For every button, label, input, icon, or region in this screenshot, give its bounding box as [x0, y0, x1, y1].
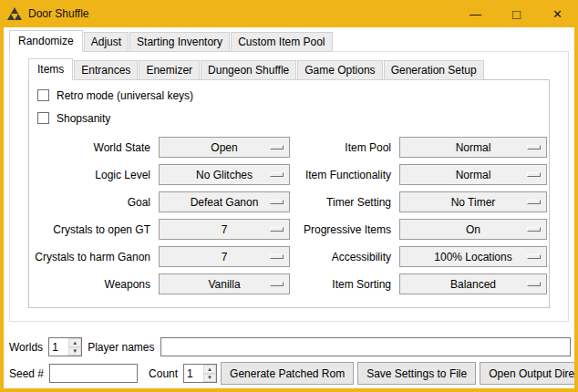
dropdown-indicator-icon [527, 145, 541, 150]
app-window: Door Shuffle — □ ✕ Randomize Adjust Star… [0, 0, 578, 392]
item-pool-dropdown[interactable]: Normal [399, 137, 547, 158]
world-state-value: Open [211, 141, 237, 154]
player-names-label: Player names [86, 341, 156, 354]
logic-level-value: No Glitches [196, 169, 253, 181]
accessibility-dropdown[interactable]: 100% Locations [399, 246, 547, 267]
item-functionality-value: Normal [456, 169, 491, 181]
save-settings-button[interactable]: Save Settings to File [357, 362, 476, 385]
weapons-value: Vanilla [208, 278, 240, 291]
worlds-input[interactable] [49, 338, 68, 356]
dropdown-indicator-icon [527, 200, 541, 204]
minimize-button[interactable]: — [455, 0, 496, 27]
retro-mode-label: Retro mode (universal keys) [57, 89, 193, 102]
worlds-spinner: ▲ ▼ [48, 337, 82, 356]
spin-down-icon[interactable]: ▼ [68, 347, 81, 356]
primary-tab-bar: Randomize Adjust Starting Inventory Cust… [4, 27, 574, 51]
tab-adjust[interactable]: Adjust [84, 32, 129, 52]
secondary-notebook: Items Entrances Enemizer Dungeon Shuffle… [28, 56, 550, 308]
crystals-ganon-dropdown[interactable]: 7 [159, 246, 290, 267]
timer-setting-value: No Timer [451, 196, 496, 209]
world-state-label: World State [33, 141, 153, 154]
item-sorting-dropdown[interactable]: Balanced [399, 273, 547, 294]
seed-row: Seed # Count ▲ ▼ Generate Patched Rom Sa… [7, 362, 571, 385]
generate-patched-rom-button[interactable]: Generate Patched Rom [221, 362, 354, 385]
weapons-label: Weapons [33, 278, 153, 291]
dropdown-indicator-icon [527, 282, 541, 286]
count-label: Count [147, 367, 180, 380]
item-sorting-label: Item Sorting [295, 278, 394, 291]
goal-dropdown[interactable]: Defeat Ganon [159, 191, 290, 212]
items-panel: Retro mode (universal keys) Shopsanity W… [28, 79, 550, 308]
dropdown-indicator-icon [527, 172, 541, 177]
shopsanity-label: Shopsanity [57, 112, 110, 125]
dropdown-indicator-icon [270, 172, 284, 177]
options-grid: World State Open Item Pool Normal Logic … [33, 137, 545, 294]
worlds-spin-arrows: ▲ ▼ [68, 338, 81, 356]
item-pool-label: Item Pool [295, 141, 394, 154]
count-input[interactable] [184, 365, 203, 382]
dropdown-indicator-icon [527, 254, 541, 259]
player-names-input[interactable] [160, 337, 572, 356]
item-sorting-value: Balanced [450, 278, 496, 291]
client-area: Randomize Adjust Starting Inventory Cust… [4, 27, 574, 388]
item-functionality-dropdown[interactable]: Normal [399, 164, 547, 185]
logic-level-label: Logic Level [33, 169, 153, 181]
weapons-dropdown[interactable]: Vanilla [159, 273, 290, 294]
progressive-items-dropdown[interactable]: On [399, 219, 547, 240]
app-icon [7, 6, 22, 21]
spin-down-icon[interactable]: ▼ [203, 374, 216, 383]
tab-randomize[interactable]: Randomize [9, 30, 83, 52]
shopsanity-row: Shopsanity [33, 107, 545, 129]
retro-mode-checkbox[interactable] [37, 89, 49, 101]
dropdown-indicator-icon [527, 227, 541, 232]
tab-starting-inventory[interactable]: Starting Inventory [129, 32, 230, 52]
randomize-panel: Items Entrances Enemizer Dungeon Shuffle… [9, 51, 569, 322]
progressive-items-value: On [466, 223, 480, 236]
item-functionality-label: Item Functionality [295, 169, 394, 181]
tab-generation-setup[interactable]: Generation Setup [384, 60, 484, 80]
dropdown-indicator-icon [270, 200, 284, 204]
tab-entrances[interactable]: Entrances [74, 60, 138, 80]
spin-up-icon[interactable]: ▲ [68, 338, 81, 347]
tab-custom-item-pool[interactable]: Custom Item Pool [231, 32, 332, 52]
crystals-gt-label: Crystals to open GT [33, 223, 153, 236]
seed-input[interactable] [49, 364, 138, 383]
crystals-gt-dropdown[interactable]: 7 [159, 219, 290, 240]
tab-enemizer[interactable]: Enemizer [139, 60, 200, 80]
tab-game-options[interactable]: Game Options [297, 60, 382, 80]
item-pool-value: Normal [456, 141, 491, 154]
dropdown-indicator-icon [270, 282, 284, 286]
progressive-items-label: Progressive Items [295, 223, 394, 236]
titlebar: Door Shuffle — □ ✕ [0, 0, 578, 27]
goal-label: Goal [33, 196, 153, 209]
close-button[interactable]: ✕ [537, 0, 578, 27]
count-spinner: ▲ ▼ [183, 364, 217, 383]
goal-value: Defeat Ganon [191, 196, 259, 209]
logic-level-dropdown[interactable]: No Glitches [159, 164, 290, 185]
maximize-button[interactable]: □ [496, 0, 537, 27]
accessibility-label: Accessibility [295, 251, 394, 263]
worlds-label: Worlds [7, 341, 45, 354]
secondary-tab-bar: Items Entrances Enemizer Dungeon Shuffle… [28, 56, 550, 79]
dropdown-indicator-icon [270, 227, 284, 232]
crystals-ganon-value: 7 [222, 251, 228, 263]
dropdown-indicator-icon [270, 254, 284, 259]
tab-dungeon-shuffle[interactable]: Dungeon Shuffle [201, 60, 296, 80]
window-controls: — □ ✕ [455, 0, 578, 27]
timer-setting-label: Timer Setting [295, 196, 394, 209]
count-spin-arrows: ▲ ▼ [203, 365, 216, 382]
accessibility-value: 100% Locations [434, 251, 511, 263]
shopsanity-checkbox[interactable] [37, 112, 49, 124]
timer-setting-dropdown[interactable]: No Timer [399, 191, 547, 212]
crystals-ganon-label: Crystals to harm Ganon [33, 251, 153, 263]
bottom-bar: Worlds ▲ ▼ Player names Seed # Count [4, 334, 574, 388]
window-title: Door Shuffle [28, 7, 89, 20]
worlds-row: Worlds ▲ ▼ Player names [7, 335, 571, 358]
retro-mode-row: Retro mode (universal keys) [33, 84, 545, 107]
spin-up-icon[interactable]: ▲ [203, 365, 216, 374]
world-state-dropdown[interactable]: Open [159, 137, 290, 158]
crystals-gt-value: 7 [222, 223, 228, 236]
tab-items[interactable]: Items [28, 58, 73, 80]
seed-label: Seed # [7, 367, 46, 380]
open-output-directory-button[interactable]: Open Output Directory [480, 362, 574, 385]
